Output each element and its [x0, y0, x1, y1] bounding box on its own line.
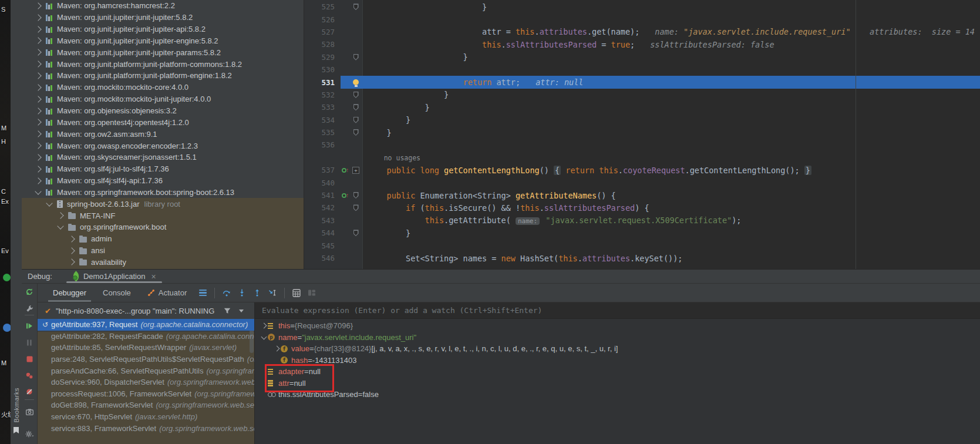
- gutter-fold-slot[interactable]: [350, 104, 362, 110]
- gutter-fold-slot[interactable]: [350, 230, 362, 236]
- gutter-fold-slot[interactable]: [350, 4, 362, 10]
- tree-item[interactable]: Maven: org.springframework.boot:spring-b…: [22, 187, 304, 199]
- view-breakpoints-button[interactable]: [22, 370, 37, 382]
- fold-marker-icon[interactable]: [353, 92, 359, 98]
- fold-marker-icon[interactable]: [353, 192, 359, 199]
- chevron-right-icon[interactable]: [272, 347, 281, 351]
- tree-item[interactable]: spring-boot-2.6.13.jarlibrary root: [22, 198, 304, 210]
- frame-row[interactable]: ↺getAttribute:937, Request(org.apache.ca…: [38, 319, 254, 331]
- tree-item[interactable]: ansi: [22, 245, 304, 257]
- tree-item[interactable]: Maven: org.junit.jupiter:junit-jupiter-e…: [22, 35, 304, 47]
- code-line[interactable]: 532 }: [304, 89, 980, 101]
- folded-region-icon[interactable]: +: [352, 167, 359, 174]
- code-line[interactable]: 545: [304, 239, 980, 251]
- code-line[interactable]: 527 attr = this.attributes.get(name);nam…: [304, 26, 980, 38]
- frame-row[interactable]: getAttribute:85, ServletRequestWrapper(j…: [38, 342, 254, 354]
- code-editor[interactable]: 525 }526527 attr = this.attributes.get(n…: [304, 0, 980, 269]
- gutter-fold-slot[interactable]: [350, 79, 362, 85]
- chevron-right-icon[interactable]: [35, 2, 41, 9]
- code-line[interactable]: 534 }: [304, 114, 980, 126]
- layout-settings-icon[interactable]: [305, 287, 318, 300]
- thread-dump-camera-button[interactable]: [22, 406, 37, 418]
- thread-selector[interactable]: ✔ "http-nio-8080-exec-...group "main": R…: [38, 302, 254, 319]
- close-session-icon[interactable]: ×: [151, 272, 156, 281]
- tree-item[interactable]: Maven: org.hamcrest:hamcrest:2.2: [22, 0, 304, 12]
- gutter-fold-slot[interactable]: +: [350, 167, 362, 174]
- chevron-right-icon[interactable]: [68, 247, 75, 254]
- tree-item[interactable]: Maven: org.junit.jupiter:junit-jupiter:5…: [22, 12, 304, 23]
- fold-marker-icon[interactable]: [353, 54, 359, 60]
- tree-item[interactable]: Maven: org.mockito:mockito-junit-jupiter…: [22, 93, 304, 105]
- run-to-cursor-icon[interactable]: [266, 287, 279, 300]
- override-method-icon[interactable]: ↑: [342, 193, 349, 198]
- intention-bulb-icon[interactable]: [353, 79, 359, 85]
- tree-item[interactable]: Maven: org.ow2.asm:asm:9.1: [22, 128, 304, 140]
- code-line[interactable]: 529 }: [304, 51, 980, 63]
- rerun-button[interactable]: [22, 286, 37, 298]
- code-line[interactable]: 525 }: [304, 1, 980, 13]
- variable-row[interactable]: this.sslAttributesParsed = false: [255, 389, 980, 401]
- code-line[interactable]: 533 }: [304, 101, 980, 113]
- chevron-down-icon[interactable]: [57, 223, 63, 230]
- variable-row[interactable]: adapter = null: [255, 366, 980, 378]
- chevron-right-icon[interactable]: [35, 26, 41, 32]
- code-line[interactable]: 528 this.sslAttributesParsed = true;sslA…: [304, 38, 980, 51]
- step-into-icon[interactable]: [235, 287, 248, 300]
- chevron-down-icon[interactable]: [35, 188, 41, 194]
- filter-funnel-icon[interactable]: [224, 308, 231, 314]
- tree-item[interactable]: Maven: org.junit.platform:junit-platform…: [22, 70, 304, 82]
- chevron-right-icon[interactable]: [35, 119, 41, 126]
- code-line[interactable]: no usages: [304, 152, 980, 164]
- tree-item[interactable]: Maven: org.owasp.encoder:encoder:1.2.3: [22, 140, 304, 152]
- chevron-right-icon[interactable]: [35, 166, 41, 172]
- tree-item[interactable]: Maven: org.skyscreamer:jsonassert:1.5.1: [22, 152, 304, 163]
- code-line[interactable]: 536: [304, 139, 980, 151]
- chevron-right-icon[interactable]: [68, 236, 75, 242]
- chevron-right-icon[interactable]: [57, 212, 63, 218]
- code-line[interactable]: 541↑ public Enumeration<String> getAttri…: [304, 189, 980, 201]
- settings-wrench-button[interactable]: [22, 302, 37, 314]
- debugger-settings-gear-button[interactable]: [22, 428, 37, 440]
- tree-item[interactable]: META-INF: [22, 210, 304, 221]
- tree-item[interactable]: availability: [22, 257, 304, 268]
- bookmarks-tool-button[interactable]: Bookmarks: [11, 388, 22, 433]
- gutter-fold-slot[interactable]: [350, 204, 362, 211]
- tab-actuator[interactable]: Actuator: [140, 284, 194, 302]
- debug-session-tab[interactable]: Demo1Application ×: [66, 270, 162, 283]
- usages-hint-label[interactable]: no usages: [368, 154, 420, 162]
- override-method-icon[interactable]: ↑: [342, 168, 349, 173]
- frame-row[interactable]: doGet:898, FrameworkServlet(org.springfr…: [38, 399, 254, 411]
- chevron-right-icon[interactable]: [35, 14, 41, 21]
- gutter-fold-slot[interactable]: [350, 117, 362, 123]
- code-line[interactable]: 544 }: [304, 227, 980, 239]
- gutter-fold-slot[interactable]: [350, 92, 362, 98]
- chevron-down-icon[interactable]: [260, 336, 268, 339]
- tree-item[interactable]: Maven: org.slf4j:slf4j-api:1.7.36: [22, 175, 304, 187]
- variable-row[interactable]: fvalue = {char[33]@8124} [j, a, v, a, x,…: [255, 343, 980, 355]
- gutter-fold-slot[interactable]: [350, 192, 362, 199]
- step-out-icon[interactable]: [251, 287, 264, 300]
- code-line[interactable]: 537↑+ public long getContentLengthLong()…: [304, 164, 980, 176]
- variable-row[interactable]: attr = null: [255, 378, 980, 389]
- tab-console[interactable]: Console: [96, 284, 138, 302]
- fold-marker-icon[interactable]: [353, 230, 359, 236]
- fold-marker-icon[interactable]: [353, 4, 359, 10]
- code-line[interactable]: 535 }: [304, 126, 980, 139]
- step-over-icon[interactable]: [220, 287, 233, 300]
- frame-row[interactable]: parseAndCache:66, ServletRequestPathUtil…: [38, 365, 254, 376]
- frame-row[interactable]: getAttribute:282, RequestFacade(org.apac…: [38, 331, 254, 342]
- tree-item[interactable]: Maven: org.slf4j:jul-to-slf4j:1.7.36: [22, 163, 304, 175]
- frame-row[interactable]: service:670, HttpServlet(javax.servlet.h…: [38, 411, 254, 423]
- code-line[interactable]: 530: [304, 63, 980, 76]
- chevron-right-icon[interactable]: [35, 84, 41, 90]
- fold-marker-icon[interactable]: [353, 104, 359, 110]
- tree-item[interactable]: Maven: org.objenesis:objenesis:3.2: [22, 105, 304, 117]
- chevron-right-icon[interactable]: [35, 107, 41, 114]
- chevron-right-icon[interactable]: [35, 142, 41, 149]
- frame-row[interactable]: processRequest:1006, FrameworkServlet(or…: [38, 388, 254, 400]
- stop-button[interactable]: [22, 353, 37, 365]
- frame-row[interactable]: doService:960, DispatcherServlet(org.spr…: [38, 376, 254, 388]
- chevron-down-icon[interactable]: [239, 310, 244, 312]
- fold-marker-icon[interactable]: [353, 204, 359, 211]
- tree-item[interactable]: Maven: org.opentest4j:opentest4j:1.2.0: [22, 116, 304, 128]
